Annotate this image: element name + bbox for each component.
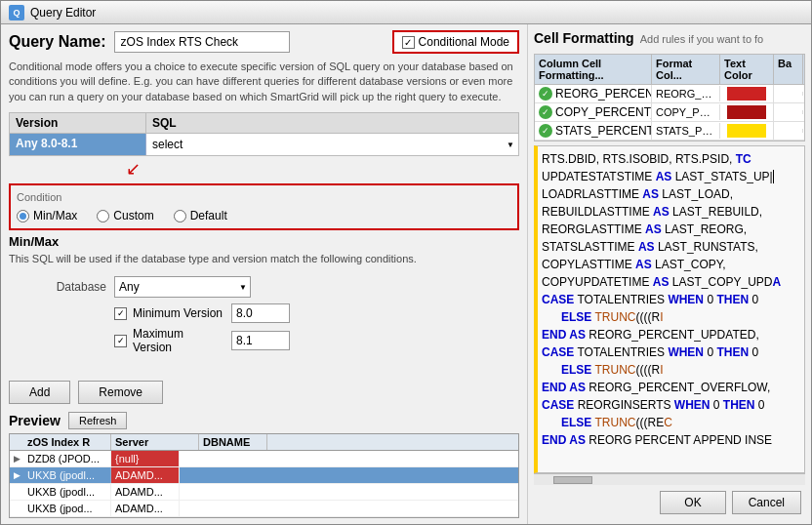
left-panel: Query Name: ✓ Conditional Mode Condition… (1, 24, 528, 524)
cell-formatting-header: Cell Formatting Add rules if you want to… (534, 30, 805, 50)
cf-table-row: ✓ COPY_PERCENT_U... ▼ COPY_PER... (535, 103, 804, 122)
code-line: CASE REORGINSERTS WHEN 0 THEN 0 (542, 396, 800, 414)
cf-row1-color (720, 85, 774, 102)
window-title: Query Editor (30, 6, 96, 20)
radio-custom-circle (97, 210, 109, 222)
conditional-mode-checkbox[interactable]: ✓ (402, 36, 415, 49)
code-line: LOADRLASTTIME AS LAST_LOAD, (542, 185, 800, 203)
cf-row2-col2: COPY_PER... (652, 104, 720, 120)
cf-row2-col1: ✓ COPY_PERCENT_U... ▼ (535, 103, 652, 121)
row1-dbname: {null} (111, 451, 180, 466)
max-version-checkbox[interactable]: ✓ (114, 335, 127, 347)
right-panel: Cell Formatting Add rules if you want to… (528, 24, 811, 524)
query-editor-window: Q Query Editor Query Name: ✓ Conditional… (0, 0, 812, 525)
database-label: Database (9, 280, 106, 294)
cf-header-col1: Column Cell Formatting... (535, 55, 652, 84)
preview-section: Preview Refresh zOS Index R Server DBNAM… (9, 412, 519, 518)
color-swatch-darkred (727, 105, 766, 119)
code-line: STATSLASTTIME AS LAST_RUNSTATS, (542, 238, 800, 256)
preview-header-dbname: DBNAME (199, 434, 267, 450)
database-row: Database Any DB2 Oracle SQL Server (9, 276, 519, 298)
row3-dbname: ADAMD... (111, 484, 180, 500)
query-name-row: Query Name: ✓ Conditional Mode (9, 30, 519, 54)
green-check-icon: ✓ (539, 105, 552, 119)
preview-header-server: Server (111, 434, 199, 450)
row4-col1: UKXB (jpod... (23, 501, 111, 516)
max-version-input[interactable] (231, 331, 290, 350)
cf-row3-col1: ✓ STATS_PERCENT_... ▼ (535, 122, 652, 140)
cf-table-header: Column Cell Formatting... Format Col... … (535, 55, 804, 85)
code-line: COPYUPDATETIME AS LAST_COPY_UPDA (542, 273, 800, 291)
sql-code-area: RTS.DBID, RTS.ISOBID, RTS.PSID, TC UPDAT… (534, 145, 805, 473)
radio-default[interactable]: Default (174, 209, 227, 222)
cf-row2-color (720, 103, 774, 121)
sql-column-header: SQL (146, 113, 518, 133)
preview-header: Preview Refresh (9, 412, 519, 429)
expand-col (10, 434, 23, 450)
cf-row3-bg (774, 129, 803, 133)
row4-dbname: ADAMD... (111, 501, 180, 516)
code-line: ELSE TRUNC((((RI (542, 308, 800, 326)
cancel-button[interactable]: Cancel (732, 491, 801, 514)
cf-row1-bg (774, 92, 803, 96)
color-swatch-yellow (727, 124, 766, 138)
cf-row2-bg (774, 110, 803, 114)
code-line: REBUILDLASTTIME AS LAST_REBUILD, (542, 203, 800, 221)
database-select-wrapper: Any DB2 Oracle SQL Server (114, 276, 251, 298)
max-version-row: ✓ Maximum Version (114, 327, 519, 354)
refresh-button[interactable]: Refresh (68, 412, 128, 429)
preview-header-col1: zOS Index R (23, 434, 111, 450)
cf-header-col4: Ba (774, 55, 803, 84)
remove-button[interactable]: Remove (78, 381, 163, 404)
conditional-mode-label: Conditional Mode (419, 35, 509, 49)
row2-col1: UKXB (jpodl... (23, 467, 111, 483)
min-version-input[interactable] (231, 303, 290, 323)
code-line: END AS REORG PERCENT APPEND INSE (542, 431, 800, 449)
conditional-mode-button[interactable]: ✓ Conditional Mode (392, 30, 519, 54)
color-swatch-red (727, 87, 766, 101)
code-line: ELSE TRUNC(((REC (542, 414, 800, 431)
add-button[interactable]: Add (9, 381, 70, 404)
row2-dbname: ADAMD... (111, 467, 180, 483)
cf-header-col3: Text Color (720, 55, 774, 84)
ok-button[interactable]: OK (660, 491, 725, 514)
condition-area: Condition Min/Max Custom Default (9, 183, 519, 230)
radio-default-circle (174, 210, 186, 222)
description-text: Conditional mode offers you a choice to … (9, 60, 519, 104)
version-cell: Any 8.0-8.1 (10, 134, 146, 155)
code-line: END AS REORG_PERCENT_OVERFLOW, (542, 379, 800, 396)
condition-params: Database Any DB2 Oracle SQL Server (9, 276, 519, 358)
ok-cancel-row: OK Cancel (534, 485, 805, 518)
cell-formatting-title: Cell Formatting (534, 30, 634, 46)
table-row: UKXB (jpod... ADAMD... (10, 501, 518, 517)
green-check-icon: ✓ (539, 87, 552, 101)
sql-select[interactable]: select (146, 134, 518, 155)
minmax-title: Min/Max (9, 234, 519, 249)
horizontal-scrollbar[interactable] (534, 473, 805, 485)
cf-row1-col2: REORG_P... (652, 86, 720, 101)
title-bar: Q Query Editor (1, 1, 811, 24)
version-sql-header: Version SQL (9, 112, 519, 133)
radio-default-label: Default (190, 209, 227, 222)
preview-label: Preview (9, 413, 61, 428)
code-line: RTS.DBID, RTS.ISOBID, RTS.PSID, TC (542, 150, 800, 168)
scrollbar-thumb[interactable] (553, 476, 592, 484)
table-row: ▶ DZD8 (JPOD... {null} (10, 451, 518, 467)
radio-minmax[interactable]: Min/Max (17, 209, 77, 222)
window-icon: Q (9, 5, 24, 20)
radio-custom[interactable]: Custom (97, 209, 153, 222)
database-select[interactable]: Any DB2 Oracle SQL Server (114, 276, 251, 298)
sql-select-wrapper: select (146, 134, 518, 155)
code-line: UPDATESTATSTIME AS LAST_STATS_UP| (542, 168, 800, 185)
green-check-icon: ✓ (539, 124, 552, 138)
minmax-desc: This SQL will be used if the database ty… (9, 253, 519, 264)
cell-formatting-table: Column Cell Formatting... Format Col... … (534, 54, 805, 141)
min-version-row: ✓ Minimum Version (114, 303, 519, 323)
min-version-checkbox[interactable]: ✓ (114, 307, 127, 320)
cell-formatting-subtitle: Add rules if you want to fo (640, 33, 764, 45)
code-line: COPYLASTTIME AS LAST_COPY, (542, 256, 800, 273)
code-line: ELSE TRUNC((((RI (542, 361, 800, 379)
sql-cell: select (146, 134, 518, 155)
radio-custom-label: Custom (113, 209, 153, 222)
query-name-input[interactable] (114, 31, 290, 53)
